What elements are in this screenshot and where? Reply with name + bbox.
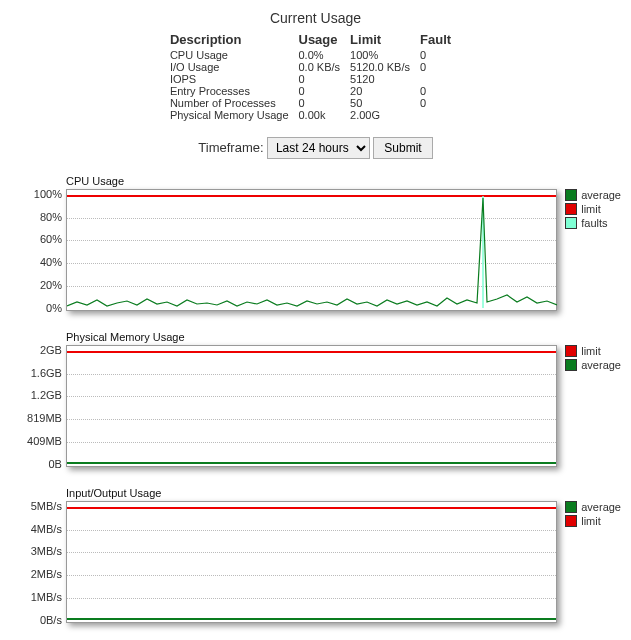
table-row: Physical Memory Usage0.00k2.00G bbox=[170, 109, 461, 121]
controls-bar: Timeframe: Last 24 hours Submit bbox=[10, 137, 621, 159]
chart-mem-title: Physical Memory Usage bbox=[66, 331, 621, 343]
chart-mem-plot bbox=[66, 345, 557, 467]
legend-swatch-icon bbox=[565, 501, 577, 513]
legend-swatch-icon bbox=[565, 359, 577, 371]
usage-table: Description Usage Limit Fault CPU Usage0… bbox=[170, 30, 461, 121]
chart-io: Input/Output Usage 5MB/s 4MB/s 3MB/s 2MB… bbox=[10, 487, 621, 623]
timeframe-select[interactable]: Last 24 hours bbox=[267, 137, 370, 159]
legend-swatch-icon bbox=[565, 189, 577, 201]
chart-cpu: CPU Usage 100% 80% 60% 40% 20% 0% averag… bbox=[10, 175, 621, 311]
chart-io-title: Input/Output Usage bbox=[66, 487, 621, 499]
table-row: I/O Usage0.0 KB/s5120.0 KB/s0 bbox=[170, 61, 461, 73]
legend-swatch-icon bbox=[565, 217, 577, 229]
page-title: Current Usage bbox=[10, 10, 621, 26]
col-fault: Fault bbox=[420, 30, 461, 49]
table-row: IOPS05120 bbox=[170, 73, 461, 85]
legend-swatch-icon bbox=[565, 345, 577, 357]
chart-cpu-legend: average limit faults bbox=[565, 189, 621, 231]
chart-cpu-axis: 100% 80% 60% 40% 20% 0% bbox=[10, 189, 66, 309]
chart-io-legend: average limit bbox=[565, 501, 621, 529]
timeframe-label: Timeframe: bbox=[198, 140, 263, 155]
chart-mem: Physical Memory Usage 2GB 1.6GB 1.2GB 81… bbox=[10, 331, 621, 467]
table-row: Entry Processes0200 bbox=[170, 85, 461, 97]
table-row: Number of Processes0500 bbox=[170, 97, 461, 109]
legend-swatch-icon bbox=[565, 203, 577, 215]
chart-cpu-title: CPU Usage bbox=[66, 175, 621, 187]
submit-button[interactable]: Submit bbox=[373, 137, 432, 159]
table-row: CPU Usage0.0%100%0 bbox=[170, 49, 461, 61]
chart-io-plot bbox=[66, 501, 557, 623]
chart-mem-legend: limit average bbox=[565, 345, 621, 373]
legend-swatch-icon bbox=[565, 515, 577, 527]
chart-mem-axis: 2GB 1.6GB 1.2GB 819MB 409MB 0B bbox=[10, 345, 66, 465]
col-usage: Usage bbox=[299, 30, 351, 49]
col-limit: Limit bbox=[350, 30, 420, 49]
chart-io-axis: 5MB/s 4MB/s 3MB/s 2MB/s 1MB/s 0B/s bbox=[10, 501, 66, 621]
col-description: Description bbox=[170, 30, 299, 49]
chart-cpu-plot bbox=[66, 189, 557, 311]
